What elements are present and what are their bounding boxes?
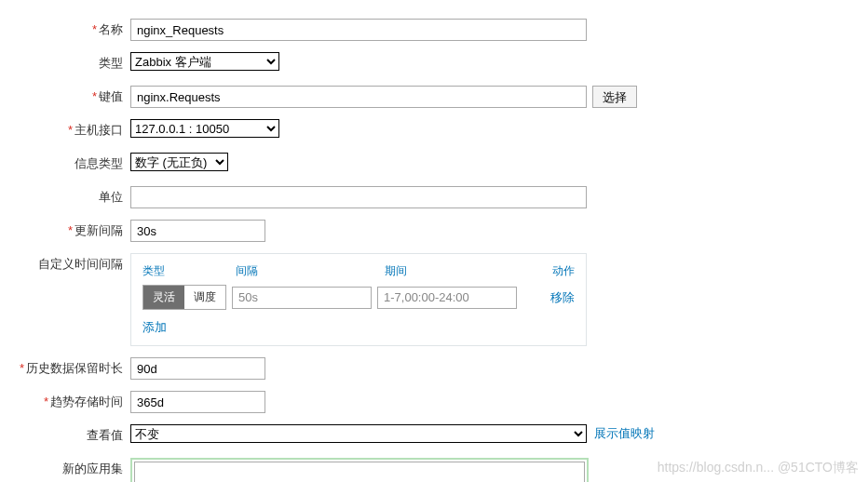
label-host-interface: *主机接口 xyxy=(9,119,130,141)
info-type-select[interactable]: 数字 (无正负) xyxy=(130,153,228,171)
unit-input[interactable] xyxy=(130,186,587,208)
seg-scheduling[interactable]: 调度 xyxy=(184,286,225,309)
show-value-select[interactable]: 不变 xyxy=(130,424,587,443)
type-select[interactable]: Zabbix 客户端 xyxy=(130,52,279,71)
col-type: 类型 xyxy=(142,263,236,279)
label-info-type: 信息类型 xyxy=(9,153,130,175)
seg-flexible[interactable]: 灵活 xyxy=(143,286,184,309)
history-input[interactable] xyxy=(130,357,265,380)
new-app-input[interactable] xyxy=(134,462,585,482)
remove-link[interactable]: 移除 xyxy=(550,289,575,306)
label-trend: *趋势存储时间 xyxy=(9,391,130,413)
label-custom-interval: 自定义时间间隔 xyxy=(9,253,130,275)
label-update-interval: *更新间隔 xyxy=(9,220,130,242)
col-interval: 间隔 xyxy=(236,263,385,279)
interval-type-segment[interactable]: 灵活 调度 xyxy=(142,285,226,310)
custom-interval-panel: 类型 间隔 期间 动作 灵活 调度 移除 添加 xyxy=(130,253,587,346)
col-action: 动作 xyxy=(534,263,575,279)
show-value-map-link[interactable]: 展示值映射 xyxy=(594,425,655,442)
add-link[interactable]: 添加 xyxy=(142,319,167,336)
label-type: 类型 xyxy=(9,52,130,74)
period-value-input[interactable] xyxy=(377,287,517,309)
host-interface-select[interactable]: 127.0.0.1 : 10050 xyxy=(130,119,279,138)
interval-value-input[interactable] xyxy=(232,287,372,309)
key-input[interactable] xyxy=(130,86,587,108)
label-name: *名称 xyxy=(9,19,130,41)
label-new-app: 新的应用集 xyxy=(9,458,130,480)
label-show-value: 查看值 xyxy=(9,424,130,447)
label-unit: 单位 xyxy=(9,186,130,208)
col-period: 期间 xyxy=(385,263,534,279)
label-key: *键值 xyxy=(9,86,130,108)
trend-input[interactable] xyxy=(130,391,265,413)
label-history: *历史数据保留时长 xyxy=(9,357,130,380)
select-button[interactable]: 选择 xyxy=(592,86,637,108)
name-input[interactable] xyxy=(130,19,587,41)
new-app-highlight xyxy=(130,458,589,482)
update-interval-input[interactable] xyxy=(130,220,265,242)
